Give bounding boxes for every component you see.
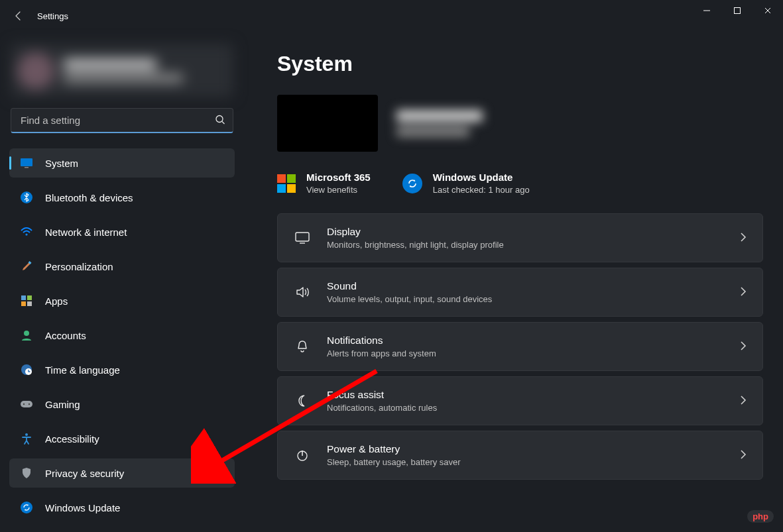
chevron-right-icon	[740, 232, 747, 244]
row-title: Display	[327, 226, 724, 238]
svg-rect-21	[296, 233, 309, 241]
chevron-right-icon	[740, 449, 747, 462]
chevron-right-icon	[740, 395, 747, 407]
sidebar-item-bluetooth[interactable]: Bluetooth & devices	[9, 183, 235, 212]
sidebar-item-system[interactable]: System	[9, 148, 235, 178]
device-name-block	[396, 110, 483, 136]
svg-rect-16	[21, 401, 32, 407]
sidebar-nav: System Bluetooth & devices Network & int…	[8, 146, 236, 524]
row-sub: Volume levels, output, input, sound devi…	[327, 294, 724, 304]
svg-rect-10	[27, 295, 32, 300]
setting-row-sound[interactable]: Sound Volume levels, output, input, soun…	[277, 268, 763, 317]
main-content: System Microsoft 365 View benefits Wi	[244, 32, 783, 532]
search-wrap	[11, 108, 233, 133]
chevron-right-icon	[740, 341, 747, 353]
svg-point-20	[21, 502, 32, 513]
promo-sub: Last checked: 1 hour ago	[433, 185, 530, 195]
row-sub: Sleep, battery usage, battery saver	[327, 457, 724, 467]
sidebar-item-accounts[interactable]: Accounts	[9, 321, 235, 350]
display-icon	[20, 158, 33, 168]
accessibility-icon	[20, 433, 33, 445]
sidebar-item-privacy[interactable]: Privacy & security	[9, 458, 235, 488]
sidebar-item-label: Time & language	[45, 364, 120, 376]
promo-title: Microsoft 365	[306, 172, 371, 183]
svg-point-18	[29, 403, 30, 405]
svg-point-17	[23, 403, 25, 405]
sidebar-item-label: Bluetooth & devices	[45, 192, 133, 203]
page-title: System	[277, 52, 763, 76]
svg-point-13	[24, 331, 29, 336]
setting-row-notifications[interactable]: Notifications Alerts from apps and syste…	[277, 322, 763, 371]
search-input[interactable]	[11, 108, 233, 133]
promo-windows-update[interactable]: Windows Update Last checked: 1 hour ago	[402, 172, 530, 195]
account-block[interactable]	[11, 44, 233, 97]
maximize-button[interactable]	[722, 0, 753, 21]
sidebar-item-gaming[interactable]: Gaming	[9, 390, 235, 419]
search-icon	[215, 115, 225, 127]
sidebar-item-update[interactable]: Windows Update	[9, 493, 235, 522]
promo-title: Windows Update	[433, 172, 530, 183]
row-sub: Notifications, automatic rules	[327, 403, 724, 413]
row-title: Notifications	[327, 335, 724, 346]
update-icon	[402, 174, 422, 193]
svg-point-19	[25, 433, 28, 436]
sidebar-item-apps[interactable]: Apps	[9, 286, 235, 315]
titlebar: Settings	[0, 0, 783, 32]
bluetooth-icon	[20, 191, 33, 203]
row-title: Focus assist	[327, 389, 724, 401]
monitor-icon	[294, 231, 311, 244]
bell-icon	[294, 339, 311, 354]
app-title: Settings	[37, 11, 68, 21]
svg-rect-12	[27, 301, 32, 306]
sidebar-item-label: Network & internet	[45, 227, 127, 238]
setting-row-display[interactable]: Display Monitors, brightness, night ligh…	[277, 213, 763, 262]
speaker-icon	[294, 286, 311, 299]
svg-rect-9	[21, 295, 26, 300]
avatar	[17, 52, 54, 89]
setting-row-power[interactable]: Power & battery Sleep, battery usage, ba…	[277, 431, 763, 480]
svg-rect-4	[21, 158, 32, 166]
power-icon	[294, 448, 311, 462]
svg-point-2	[216, 116, 223, 123]
device-summary	[277, 95, 763, 152]
apps-icon	[20, 295, 33, 307]
sidebar-item-label: Accounts	[45, 330, 86, 341]
promo-sub: View benefits	[306, 185, 371, 195]
back-button[interactable]	[5, 3, 32, 29]
account-lines	[64, 60, 183, 82]
promo-ms365[interactable]: Microsoft 365 View benefits	[277, 172, 371, 195]
moon-icon	[294, 394, 311, 408]
wifi-icon	[20, 227, 33, 237]
settings-list: Display Monitors, brightness, night ligh…	[277, 213, 763, 480]
sidebar: System Bluetooth & devices Network & int…	[0, 32, 244, 532]
close-button[interactable]	[753, 0, 783, 21]
paintbrush-icon	[20, 260, 33, 272]
sidebar-item-label: System	[45, 158, 78, 169]
sidebar-item-label: Personalization	[45, 261, 113, 272]
row-sub: Alerts from apps and system	[327, 348, 724, 358]
row-sub: Monitors, brightness, night light, displ…	[327, 240, 724, 250]
window-controls	[692, 0, 783, 21]
update-icon	[20, 502, 33, 513]
sidebar-item-label: Windows Update	[45, 502, 120, 513]
sidebar-item-accessibility[interactable]: Accessibility	[9, 424, 235, 453]
person-icon	[20, 329, 33, 341]
sidebar-item-label: Privacy & security	[45, 468, 124, 479]
sidebar-item-label: Accessibility	[45, 433, 99, 445]
setting-row-focus[interactable]: Focus assist Notifications, automatic ru…	[277, 376, 763, 425]
chevron-right-icon	[740, 286, 747, 299]
globe-clock-icon	[20, 364, 33, 376]
sidebar-item-label: Gaming	[45, 399, 80, 410]
gamepad-icon	[20, 399, 33, 409]
promo-row: Microsoft 365 View benefits Windows Upda…	[277, 172, 763, 195]
row-title: Power & battery	[327, 443, 724, 455]
sidebar-item-network[interactable]: Network & internet	[9, 217, 235, 246]
svg-line-3	[222, 122, 225, 125]
sidebar-item-personalization[interactable]: Personalization	[9, 252, 235, 281]
svg-rect-1	[735, 8, 741, 14]
watermark-badge: php	[747, 510, 774, 523]
sidebar-item-time[interactable]: Time & language	[9, 355, 235, 384]
microsoft-logo-icon	[277, 174, 296, 193]
minimize-button[interactable]	[692, 0, 722, 21]
svg-rect-11	[21, 301, 26, 306]
